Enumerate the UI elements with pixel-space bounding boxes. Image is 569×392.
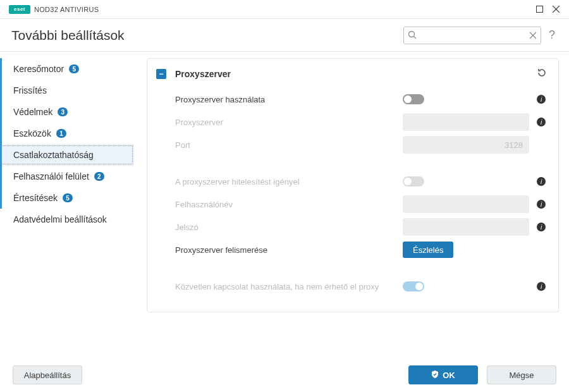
sidebar-item-label: Felhasználói felület [13, 171, 89, 181]
search-input[interactable] [404, 27, 541, 44]
sidebar-item-scan-engine[interactable]: Keresőmotor 5 [0, 58, 134, 80]
titlebar: eset NOD32 ANTIVIRUS [0, 0, 569, 19]
info-icon[interactable]: i [535, 95, 547, 104]
search-icon [408, 30, 417, 42]
sidebar-item-label: Frissítés [13, 85, 47, 95]
proxy-pass-label: Jelszó [175, 223, 403, 232]
svg-point-3 [408, 31, 414, 37]
proxy-auth-label: A proxyszerver hitelesítést igényel [175, 177, 403, 187]
clear-search-icon[interactable] [529, 30, 537, 42]
proxy-server-input [403, 113, 529, 131]
proxy-pass-input [403, 218, 529, 236]
info-icon[interactable]: i [535, 118, 547, 126]
sidebar-badge: 1 [56, 129, 66, 138]
direct-connection-toggle [403, 281, 424, 291]
info-icon[interactable]: i [535, 223, 547, 231]
ok-button[interactable]: OK [408, 365, 478, 384]
footer: Alapbeállítás OK Mégse [0, 358, 569, 392]
use-proxy-label: Proxyszerver használata [175, 95, 403, 104]
brand-logo: eset [9, 5, 30, 14]
proxy-detect-label: Proxyszerver felismerése [175, 245, 403, 255]
window-maximize-icon[interactable] [531, 1, 548, 18]
page-header: További beállítások ? [0, 19, 569, 52]
info-icon[interactable]: i [535, 282, 547, 291]
sidebar-badge: 5 [63, 193, 73, 202]
info-icon[interactable]: i [535, 177, 547, 186]
sidebar-item-label: Védelmek [13, 107, 52, 117]
collapse-icon[interactable]: − [156, 69, 166, 79]
proxy-server-label: Proxyszerver [175, 118, 403, 127]
sidebar-badge: 2 [94, 172, 104, 181]
sidebar-item-update[interactable]: Frissítés [0, 80, 134, 101]
sidebar-item-notifications[interactable]: Értesítések 5 [0, 187, 134, 209]
svg-line-4 [413, 36, 416, 39]
product-name: NOD32 ANTIVIRUS [34, 6, 99, 13]
sidebar-item-label: Adatvédelmi beállítások [13, 214, 107, 224]
proxy-user-input [403, 195, 529, 213]
default-button[interactable]: Alapbeállítás [13, 365, 82, 384]
svg-rect-0 [536, 6, 542, 13]
sidebar-item-label: Csatlakoztathatóság [13, 150, 94, 160]
cancel-button[interactable]: Mégse [487, 365, 556, 384]
sidebar-item-tools[interactable]: Eszközök 1 [0, 123, 134, 144]
sidebar-item-ui[interactable]: Felhasználói felület 2 [0, 166, 134, 187]
proxy-port-label: Port [175, 140, 403, 150]
panel-title: Proxyszerver [175, 69, 537, 79]
proxy-port-input [403, 136, 529, 154]
search-field[interactable] [403, 27, 541, 44]
sidebar-badge: 5 [69, 64, 79, 73]
revert-icon[interactable] [537, 68, 547, 80]
help-icon[interactable]: ? [549, 28, 555, 42]
detect-button[interactable]: Észlelés [403, 242, 453, 258]
proxy-user-label: Felhasználónév [175, 200, 403, 209]
use-proxy-toggle[interactable] [403, 94, 424, 104]
ok-label: OK [443, 371, 455, 380]
page-title: További beállítások [11, 28, 403, 43]
window-close-icon[interactable] [548, 1, 564, 18]
brand: eset NOD32 ANTIVIRUS [9, 5, 99, 14]
sidebar-item-label: Keresőmotor [13, 64, 64, 74]
shield-check-icon [431, 371, 439, 380]
sidebar-badge: 3 [58, 107, 68, 116]
content-area: − Proxyszerver Proxyszerver használata i… [140, 52, 569, 358]
info-icon[interactable]: i [535, 200, 547, 209]
proxy-auth-toggle [403, 176, 424, 187]
sidebar-item-label: Értesítések [13, 193, 58, 203]
proxy-panel: − Proxyszerver Proxyszerver használata i… [147, 58, 559, 312]
sidebar-item-connectivity[interactable]: Csatlakoztathatóság [0, 144, 134, 166]
sidebar: Keresőmotor 5 Frissítés Védelmek 3 Eszkö… [0, 52, 140, 358]
sidebar-item-label: Eszközök [13, 128, 51, 138]
sidebar-item-privacy[interactable]: Adatvédelmi beállítások [0, 209, 134, 230]
direct-connection-label: Közvetlen kapcsolat használata, ha nem é… [175, 282, 403, 291]
sidebar-item-protections[interactable]: Védelmek 3 [0, 101, 134, 123]
